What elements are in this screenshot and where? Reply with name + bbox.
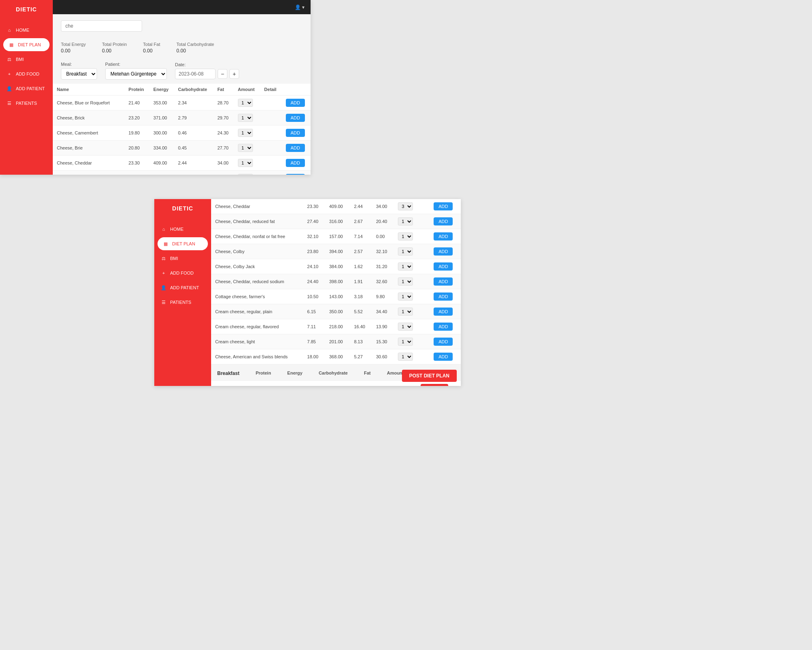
food-add[interactable]: ADD	[430, 334, 461, 349]
add-button[interactable]: ADD	[434, 353, 453, 361]
sidebar-item-home[interactable]: ⌂ HOME	[0, 23, 53, 37]
table-row: Cheese, Colby 23.80 394.00 2.57 32.10 1 …	[211, 244, 461, 259]
amount-select[interactable]: 1	[238, 129, 253, 137]
food-add[interactable]: ADD	[430, 214, 461, 229]
food-carb: 2.44	[174, 156, 214, 171]
post-diet-button[interactable]: POST DIET PLAN	[402, 370, 457, 382]
sidebar-bottom-diet-plan[interactable]: ▦ DIET PLAN	[158, 237, 208, 250]
amount-select[interactable]: 1	[398, 262, 413, 271]
amount-select[interactable]: 1	[238, 174, 253, 175]
add-patient-icon-b: 👤	[160, 284, 167, 291]
food-add[interactable]: ADD	[282, 95, 311, 110]
add-button[interactable]: ADD	[434, 277, 453, 286]
sidebar-item-diet-plan[interactable]: ▦ DIET PLAN	[3, 38, 50, 51]
add-button[interactable]: ADD	[434, 323, 453, 331]
add-button[interactable]: ADD	[286, 129, 305, 137]
add-button[interactable]: ADD	[286, 114, 305, 122]
sidebar-item-add-food[interactable]: + ADD FOOD	[0, 67, 53, 81]
food-energy: 143.00	[325, 289, 350, 304]
amount-select[interactable]: 1	[398, 247, 413, 256]
amount-select[interactable]: 1	[238, 159, 253, 167]
amount-select[interactable]: 1	[398, 232, 413, 240]
amount-select[interactable]: 1	[398, 217, 413, 225]
amount-select[interactable]: 1	[398, 277, 413, 286]
food-amount: 1	[234, 171, 260, 175]
food-protein: 23.30	[125, 156, 149, 171]
patient-select[interactable]: Metehan Gürgentepe	[105, 68, 167, 80]
food-detail	[420, 274, 430, 289]
total-energy: Total Energy 0.00	[61, 42, 86, 54]
add-button[interactable]: ADD	[434, 338, 453, 346]
food-add[interactable]: ADD	[282, 171, 311, 175]
add-button[interactable]: ADD	[434, 292, 453, 301]
amount-select[interactable]: 1	[398, 353, 413, 361]
sidebar-bottom-add-patient[interactable]: 👤 ADD PATIENT	[154, 280, 211, 295]
food-add[interactable]: ADD	[430, 259, 461, 274]
add-food-icon-b: +	[160, 270, 167, 276]
food-add[interactable]: ADD	[282, 156, 311, 171]
food-name: Cream cheese, light	[211, 334, 303, 349]
meal-select[interactable]: Breakfast	[61, 68, 97, 80]
add-button[interactable]: ADD	[434, 308, 453, 316]
add-button[interactable]: ADD	[434, 217, 453, 225]
food-add[interactable]: ADD	[282, 141, 311, 156]
amount-select[interactable]: 1	[398, 323, 413, 331]
food-add[interactable]: ADD	[430, 229, 461, 244]
sidebar-bottom-home[interactable]: ⌂ HOME	[154, 222, 211, 236]
form-row: Meal: Breakfast Patient: Metehan Gürgent…	[53, 58, 311, 84]
add-button[interactable]: ADD	[286, 159, 305, 167]
table-row: Cheese, Brick 23.20 371.00 2.79 29.70 1 …	[53, 110, 311, 126]
search-input[interactable]	[61, 20, 142, 32]
food-add[interactable]: ADD	[430, 304, 461, 319]
food-detail	[260, 110, 282, 126]
food-carb: 2.67	[350, 214, 372, 229]
food-add[interactable]: ADD	[430, 349, 461, 364]
sidebar-bottom-bmi[interactable]: ⚖ BMI	[154, 251, 211, 266]
table-row: Cream cheese, regular, flavored 7.11 218…	[211, 319, 461, 334]
amount-select[interactable]: 3	[398, 202, 413, 210]
add-button[interactable]: ADD	[434, 262, 453, 271]
food-add[interactable]: ADD	[430, 289, 461, 304]
sidebar-item-patients[interactable]: ☰ PATIENTS	[0, 96, 53, 110]
food-add[interactable]: ADD	[430, 274, 461, 289]
date-increment-button[interactable]: +	[229, 69, 239, 79]
food-energy: 218.00	[325, 319, 350, 334]
food-detail	[420, 229, 430, 244]
food-add[interactable]: ADD	[430, 199, 461, 214]
amount-select[interactable]: 1	[238, 99, 253, 107]
food-energy: 394.00	[325, 244, 350, 259]
remove-button[interactable]: REMOVE	[421, 384, 448, 386]
diet-carb: 4.68	[346, 381, 366, 386]
add-button[interactable]: ADD	[286, 174, 305, 175]
table-row: Cheese, Cheddar, reduced sodium 24.40 39…	[211, 274, 461, 289]
food-add[interactable]: ADD	[430, 319, 461, 334]
date-group: Date: − +	[175, 62, 239, 79]
amount-select[interactable]: 1	[398, 338, 413, 346]
sidebar-bottom-add-food[interactable]: + ADD FOOD	[154, 266, 211, 280]
food-add[interactable]: ADD	[282, 126, 311, 141]
food-carb: 1.91	[350, 274, 372, 289]
date-input[interactable]	[175, 69, 216, 79]
add-button[interactable]: ADD	[434, 247, 453, 256]
food-amount: 1	[234, 126, 260, 141]
food-add[interactable]: ADD	[430, 244, 461, 259]
amount-select[interactable]: 1	[238, 144, 253, 152]
amount-select[interactable]: 1	[398, 308, 413, 316]
add-button[interactable]: ADD	[434, 202, 453, 210]
diet-protein: 42.80	[292, 381, 316, 386]
food-table-top: Name Protein Energy Carbohydrate Fat Amo…	[53, 84, 311, 175]
sidebar-item-bmi[interactable]: ⚖ BMI	[0, 52, 53, 67]
table-row: Cream cheese, light 7.85 201.00 8.13 15.…	[211, 334, 461, 349]
table-row: Cheese, Colby Jack 24.10 384.00 1.62 31.…	[211, 259, 461, 274]
table-row: Cheese, Cheddar, reduced fat 27.40 316.0…	[211, 214, 461, 229]
amount-select[interactable]: 1	[398, 292, 413, 301]
add-button[interactable]: ADD	[434, 232, 453, 240]
sidebar-item-add-patient[interactable]: 👤 ADD PATIENT	[0, 81, 53, 96]
add-button[interactable]: ADD	[286, 144, 305, 152]
add-button[interactable]: ADD	[286, 99, 305, 107]
food-add[interactable]: ADD	[282, 110, 311, 126]
sidebar-bottom-patients[interactable]: ☰ PATIENTS	[154, 295, 211, 310]
food-detail	[420, 289, 430, 304]
amount-select[interactable]: 1	[238, 114, 253, 122]
date-decrement-button[interactable]: −	[218, 69, 227, 79]
